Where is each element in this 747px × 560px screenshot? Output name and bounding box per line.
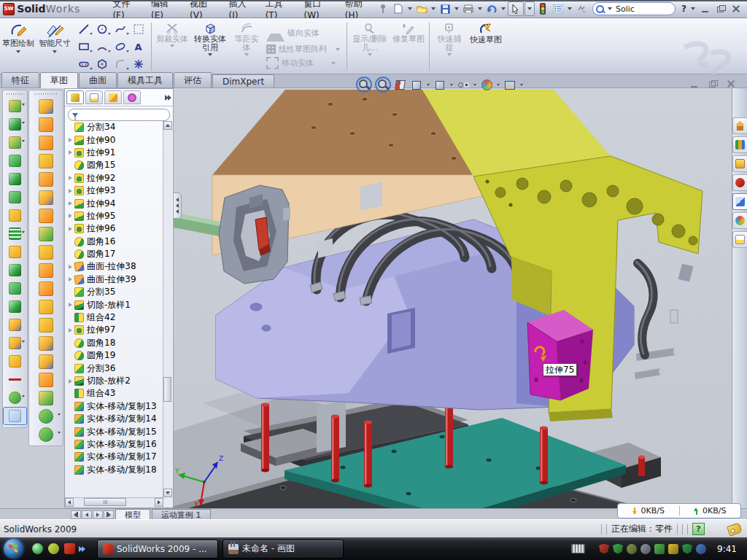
- save-caret-icon[interactable]: [454, 7, 459, 10]
- solidworks-resources-icon[interactable]: [732, 117, 747, 134]
- shut-off-surface-icon[interactable]: [29, 133, 63, 152]
- draft-analysis-icon[interactable]: [29, 152, 63, 170]
- select-tool-icon[interactable]: [508, 1, 524, 16]
- tree-item[interactable]: 拉伸91: [66, 147, 163, 159]
- tree-item[interactable]: 切除-放样1: [66, 298, 163, 311]
- tray-shield-plus-icon[interactable]: [682, 544, 692, 554]
- options-caret-icon[interactable]: [568, 7, 572, 10]
- tree-item[interactable]: 曲面-拉伸38: [66, 260, 163, 273]
- print-icon[interactable]: [461, 2, 476, 15]
- selection-box-icon[interactable]: [129, 20, 147, 38]
- dropdown-caret-icon[interactable]: [22, 341, 25, 343]
- parting-surface-icon[interactable]: [29, 115, 63, 133]
- linear-pattern-button[interactable]: 线性草图阵列: [266, 44, 341, 55]
- dropdown-caret-icon[interactable]: [427, 84, 430, 86]
- slot-tool-icon[interactable]: [74, 55, 93, 73]
- dropdown-caret-icon[interactable]: [520, 84, 523, 86]
- expand-arrow-icon[interactable]: [66, 328, 74, 332]
- extruded-cut-icon[interactable]: [3, 170, 27, 188]
- tree-item[interactable]: 分割34: [66, 121, 163, 133]
- zoom-area-icon[interactable]: [375, 77, 391, 93]
- window-close-button[interactable]: [730, 4, 743, 15]
- doc-tab-运动算例 1[interactable]: 运动算例 1: [152, 509, 211, 520]
- smart-dimension-caret-icon[interactable]: [53, 50, 57, 53]
- undo-caret-icon[interactable]: [501, 7, 506, 10]
- tree-item[interactable]: 组合43: [66, 387, 163, 400]
- revolve-boss-icon[interactable]: [3, 115, 27, 133]
- ellipse-tool-icon[interactable]: [111, 38, 129, 55]
- rib-icon[interactable]: [3, 243, 27, 261]
- quick-snaps-button[interactable]: 快速捕捉: [432, 20, 467, 74]
- configurationmanager-tab[interactable]: [104, 90, 122, 104]
- document-restore-button[interactable]: [707, 79, 719, 90]
- expand-arrow-icon[interactable]: [66, 189, 74, 193]
- expand-arrow-icon[interactable]: [66, 265, 74, 269]
- undo-icon[interactable]: [484, 2, 499, 15]
- quicklaunch-messenger-icon[interactable]: [32, 543, 43, 554]
- sketch-fillet-tool-icon[interactable]: [111, 55, 129, 73]
- search-box[interactable]: Solic: [592, 2, 676, 15]
- split-body-icon[interactable]: [3, 279, 27, 298]
- scale-icon[interactable]: [29, 188, 63, 206]
- convert-entities-button[interactable]: 转换实体引用: [190, 20, 230, 74]
- tray-shield-green-icon[interactable]: [613, 544, 623, 554]
- insert-folder-icon[interactable]: [29, 298, 63, 316]
- planar-surface-icon[interactable]: [29, 206, 63, 225]
- dropdown-caret-icon[interactable]: [58, 432, 61, 434]
- search-input[interactable]: Solic: [616, 4, 635, 14]
- smart-dimension-button[interactable]: 智能尺寸: [36, 20, 73, 74]
- options-list-icon[interactable]: [551, 2, 565, 15]
- tree-item[interactable]: 拉伸90: [66, 133, 163, 146]
- dropdown-caret-icon[interactable]: [497, 84, 500, 86]
- taskbar-task[interactable]: 未命名 - 画图: [222, 540, 344, 559]
- hole-wizard-icon[interactable]: [3, 206, 27, 225]
- view-orientation-icon[interactable]: [410, 78, 423, 91]
- axis-icon[interactable]: [3, 370, 27, 389]
- first-tab-icon[interactable]: [71, 510, 81, 519]
- featuremanager-tab[interactable]: [66, 90, 84, 104]
- dropdown-caret-icon[interactable]: [58, 413, 61, 416]
- dropdown-caret-icon[interactable]: [22, 122, 25, 124]
- expand-arrow-icon[interactable]: [66, 150, 74, 155]
- dropdown-caret-icon[interactable]: [22, 140, 25, 142]
- search-icon[interactable]: [732, 174, 747, 191]
- tab-曲面[interactable]: 曲面: [79, 72, 117, 88]
- scroll-left-icon[interactable]: [65, 498, 74, 507]
- tray-warning-icon[interactable]: [668, 544, 678, 554]
- spline-tool-icon[interactable]: [29, 425, 63, 443]
- tray-shield-red-icon[interactable]: [599, 544, 609, 554]
- hide-show-items-icon[interactable]: [457, 78, 470, 91]
- tree-horizontal-scrollbar[interactable]: [65, 497, 163, 507]
- expand-arrow-icon[interactable]: [66, 227, 74, 231]
- tree-item[interactable]: 拉伸97: [66, 324, 163, 336]
- expand-arrow-icon[interactable]: [66, 303, 74, 307]
- tree-item[interactable]: 实体-移动/复制13: [66, 400, 163, 413]
- tray-keyboard-icon[interactable]: [571, 544, 585, 553]
- dropdown-caret-icon[interactable]: [22, 395, 25, 397]
- arc-tool-icon[interactable]: [93, 38, 111, 55]
- move-entities-button[interactable]: 移动实体: [266, 57, 341, 69]
- taskbar-task[interactable]: SolidWorks 2009 - ...: [97, 540, 218, 559]
- document-close-button[interactable]: [725, 79, 738, 90]
- dropdown-caret-icon[interactable]: [22, 104, 25, 106]
- expand-arrow-icon[interactable]: [66, 176, 74, 180]
- expand-arrow-icon[interactable]: [66, 201, 74, 206]
- scene-icon[interactable]: [503, 78, 516, 91]
- appearance-icon[interactable]: [480, 78, 493, 91]
- window-restore-button[interactable]: [715, 4, 727, 15]
- rapid-sketch-button[interactable]: 快速草图: [467, 20, 505, 74]
- last-tab-icon[interactable]: [104, 510, 114, 519]
- side-core-icon[interactable]: [29, 370, 63, 389]
- knit-surface-icon[interactable]: [29, 243, 63, 261]
- display-delete-relations-button[interactable]: 显示/删除几...: [349, 20, 390, 74]
- doc-tab-模型[interactable]: 模型: [115, 509, 150, 520]
- tab-DimXpert[interactable]: DimXpert: [212, 74, 274, 88]
- pin-icon[interactable]: [376, 2, 390, 15]
- sketch-text-tool[interactable]: A: [129, 38, 147, 55]
- prev-tab-icon[interactable]: [82, 510, 92, 519]
- traffic-light-icon[interactable]: [535, 2, 550, 15]
- mirror-entities-button[interactable]: 镜向实体: [266, 24, 341, 42]
- polygon-tool-icon[interactable]: [93, 55, 111, 73]
- chamfer-icon[interactable]: [3, 152, 27, 170]
- delete-face-icon[interactable]: [29, 279, 63, 298]
